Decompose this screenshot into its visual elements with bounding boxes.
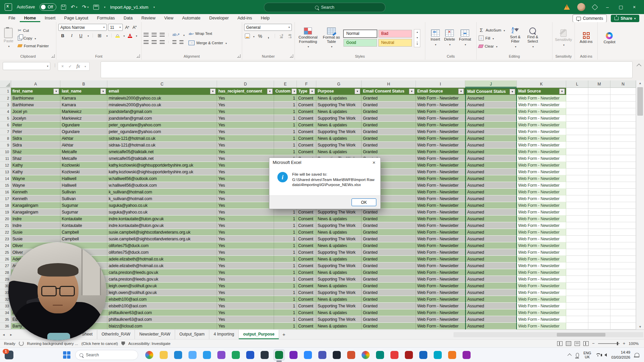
column-letter-I[interactable]: I: [416, 80, 465, 88]
cell-E4[interactable]: 1: [274, 108, 297, 115]
cell-B20[interactable]: Kontautaite: [60, 216, 107, 222]
app-blue-taskbar-icon[interactable]: [418, 349, 429, 361]
header-cell-email[interactable]: email: [107, 88, 217, 95]
orientation-button[interactable]: ab↗: [172, 33, 179, 37]
font-name-select[interactable]: Aptos Narrow▾: [58, 24, 107, 31]
cell-D4[interactable]: Yes: [217, 108, 274, 115]
cell-C36[interactable]: blaizz@icloud.com: [107, 323, 217, 329]
cell-D7[interactable]: Yes: [217, 128, 274, 135]
cell-L2[interactable]: [566, 95, 588, 102]
header-cell-custom[interactable]: Custom: [274, 88, 297, 95]
cell-G26[interactable]: News & updates: [316, 256, 362, 262]
cell-I17[interactable]: Web Form - Newsletter: [416, 195, 465, 202]
chevron-down-icon[interactable]: [123, 33, 125, 38]
cell-J30[interactable]: Assumed: [465, 283, 517, 289]
cell-E20[interactable]: 1: [274, 216, 297, 222]
cell-K19[interactable]: Web Form - Newsletter: [517, 209, 566, 216]
cell-M24[interactable]: [588, 242, 610, 249]
cell-A20[interactable]: Indre: [11, 216, 60, 222]
cell-I12[interactable]: Web Form - Newsletter: [416, 162, 465, 169]
cell-G28[interactable]: News & updates: [316, 269, 362, 276]
column-letter-K[interactable]: K: [517, 80, 566, 88]
cell-L34[interactable]: [566, 309, 588, 316]
cell-D18[interactable]: Yes: [217, 202, 274, 209]
sensitivity-button[interactable]: Sensitivity: [553, 29, 574, 47]
cell-F3[interactable]: Consent: [297, 102, 316, 108]
cell-G6[interactable]: News & updates: [316, 122, 362, 128]
quick-access-button[interactable]: [93, 5, 99, 10]
cell-J32[interactable]: Assumed: [465, 296, 517, 303]
cell-N11[interactable]: [610, 155, 636, 162]
cell-F4[interactable]: Consent: [297, 108, 316, 115]
cell-style-neutral[interactable]: Neutral: [378, 39, 412, 47]
ribbon-tab-help[interactable]: Help: [256, 14, 274, 22]
cell-M30[interactable]: [588, 283, 610, 289]
align-top-icon[interactable]: [144, 33, 149, 37]
name-box-handle[interactable]: ⋮: [53, 63, 57, 68]
column-letter-D[interactable]: D: [217, 80, 274, 88]
autosum-button[interactable]: ΣAutoSum: [479, 27, 505, 34]
cell-G2[interactable]: News & updates: [316, 95, 362, 102]
cell-M8[interactable]: [588, 135, 610, 142]
ribbon-tab-review[interactable]: Review: [137, 14, 160, 22]
wifi-icon[interactable]: [595, 353, 600, 357]
sheet-tab-otherinfo-raw[interactable]: OtherInfo_RAW: [97, 330, 135, 339]
format-as-table-button[interactable]: Format as Table: [321, 27, 342, 49]
increase-decimal-icon[interactable]: ←0.00: [278, 34, 284, 39]
cell-C2[interactable]: minalewis2000@yahoo.co.uk: [107, 95, 217, 102]
cell-K29[interactable]: Web Form - Newsletter: [517, 276, 566, 283]
cell-C3[interactable]: minalewis2000@yahoo.co.uk: [107, 102, 217, 108]
cell-E23[interactable]: 1: [274, 236, 297, 242]
cell-F9[interactable]: Consent: [297, 142, 316, 148]
cell-I27[interactable]: Web Form - Newsletter: [416, 262, 465, 269]
cell-N36[interactable]: [610, 323, 636, 329]
cell-B14[interactable]: Halliwell: [60, 175, 107, 182]
cell-G25[interactable]: Supporting The Work: [316, 249, 362, 256]
cell-K8[interactable]: Web Form - Newsletter: [517, 135, 566, 142]
align-bottom-icon[interactable]: [160, 33, 165, 37]
cell-N21[interactable]: [610, 222, 636, 229]
close-button[interactable]: ×: [631, 4, 637, 10]
row-number[interactable]: 36: [0, 323, 11, 329]
conditional-formatting-button[interactable]: Conditional Formatting: [297, 27, 319, 49]
cell-E24[interactable]: 1: [274, 242, 297, 249]
cell-E31[interactable]: 1: [274, 289, 297, 296]
cell-M3[interactable]: [588, 102, 610, 108]
cell-L12[interactable]: [566, 162, 588, 169]
row-number[interactable]: 27: [0, 262, 11, 269]
obs-taskbar-icon[interactable]: [331, 349, 342, 361]
cell-A5[interactable]: Jocelyn: [11, 115, 60, 122]
cell-M22[interactable]: [588, 229, 610, 236]
show-hidden-icons-icon[interactable]: [568, 353, 572, 358]
cell-C27[interactable]: adele.elizabeth@hotmail.co.uk: [107, 262, 217, 269]
cell-M21[interactable]: [588, 222, 610, 229]
cell-C11[interactable]: smetcalfe05@talktalk.net: [107, 155, 217, 162]
cell-N25[interactable]: [610, 249, 636, 256]
cell-M27[interactable]: [588, 262, 610, 269]
restore-button[interactable]: ▢: [618, 4, 624, 10]
cell-C31[interactable]: leigh.owen@solihull.gov.uk: [107, 289, 217, 296]
cell-J24[interactable]: Assumed: [465, 242, 517, 249]
cell-I6[interactable]: Web Form - Newsletter: [416, 122, 465, 128]
cell-D29[interactable]: Yes: [217, 276, 274, 283]
cell-I19[interactable]: Web Form - Newsletter: [416, 209, 465, 216]
cell-M28[interactable]: [588, 269, 610, 276]
cell-B8[interactable]: Akhtar: [60, 135, 107, 142]
cell-H22[interactable]: Granted: [362, 229, 416, 236]
ribbon-tab-home[interactable]: Home: [20, 14, 41, 22]
header-cell-first-name[interactable]: first_name: [11, 88, 60, 95]
column-letter-B[interactable]: B: [60, 80, 107, 88]
cell-G30[interactable]: News & updates: [316, 283, 362, 289]
cell-L10[interactable]: [566, 148, 588, 155]
cell-C21[interactable]: indre.kontautaite@luton.gov.uk: [107, 222, 217, 229]
ribbon-tab-insert[interactable]: Insert: [40, 14, 60, 22]
cell-B6[interactable]: Ogundare: [60, 122, 107, 128]
cell-H8[interactable]: Granted: [362, 135, 416, 142]
cell-D22[interactable]: Yes: [217, 229, 274, 236]
copilot-button[interactable]: Copilot: [602, 32, 617, 44]
cell-C34[interactable]: philfaulkner63@aol.com: [107, 309, 217, 316]
search-box[interactable]: Search: [264, 3, 385, 12]
cell-J34[interactable]: Assumed: [465, 309, 517, 316]
cell-J4[interactable]: Assumed: [465, 108, 517, 115]
cell-J2[interactable]: Assumed: [465, 95, 517, 102]
